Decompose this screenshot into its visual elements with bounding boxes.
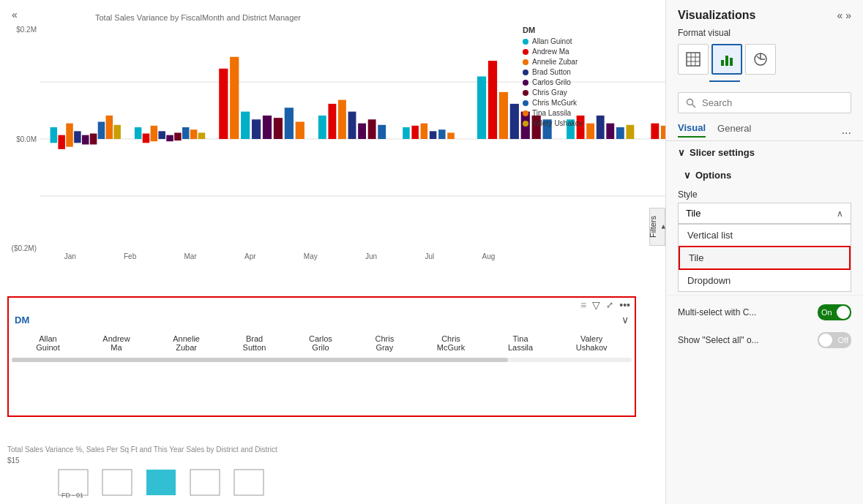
svg-rect-17	[174, 132, 181, 140]
format-visual-label: Format visual	[666, 28, 863, 44]
panel-chevron-left[interactable]: «	[837, 10, 843, 21]
viz-icon-analytics[interactable]	[745, 44, 776, 75]
legend-item-0: Allan Guinot	[523, 37, 629, 45]
slicer-item-2[interactable]: AnnelieZubar	[170, 331, 203, 355]
slicer-settings-label: Slicer settings	[690, 147, 755, 158]
toggle2-knob	[819, 334, 832, 347]
svg-rect-7	[82, 135, 89, 145]
slicer-item-7[interactable]: TinaLassila	[505, 331, 536, 355]
viz-icon-bar-active[interactable]	[711, 44, 742, 75]
legend-item-3: Brad Sutton	[523, 68, 629, 76]
svg-rect-64	[190, 470, 220, 495]
slicer-item-5[interactable]: ChrisGray	[372, 331, 397, 355]
legend-item-5: Chris Gray	[523, 89, 629, 97]
slicer-dm-label: DM	[15, 315, 29, 326]
svg-rect-3	[51, 127, 57, 143]
legend-item-1: Andrew Ma	[523, 48, 629, 56]
svg-rect-67	[687, 53, 700, 66]
search-icon	[686, 98, 696, 108]
legend-item-8: Valery Ushakov	[523, 119, 629, 127]
options-header[interactable]: ∨ Options	[666, 164, 863, 187]
slicer-settings-header[interactable]: ∨ Slicer settings	[666, 141, 863, 164]
legend-item-6: Chris McGurk	[523, 99, 629, 107]
tabs-row: Visual General ...	[666, 119, 863, 141]
svg-rect-8	[90, 134, 97, 145]
multi-select-row: Multi-select with C... On	[666, 298, 863, 326]
y-label-mid: $0.0M	[16, 135, 37, 143]
tab-general[interactable]: General	[717, 123, 751, 137]
panel-chevron-right[interactable]: »	[845, 10, 851, 21]
tab-visual[interactable]: Visual	[678, 122, 706, 138]
toggle1-state-text: On	[821, 308, 832, 317]
viz-panel-header: Visualizations « »	[666, 0, 863, 28]
slicer-item-4[interactable]: CarlosGrilo	[306, 331, 335, 355]
bottom-chart-svg: FD - 01	[29, 455, 344, 499]
svg-rect-34	[368, 119, 376, 139]
svg-rect-35	[378, 125, 386, 139]
svg-rect-15	[158, 131, 165, 139]
svg-rect-29	[318, 116, 326, 139]
slicer-item-1[interactable]: AndrewMa	[100, 331, 132, 355]
x-label-may: May	[304, 252, 318, 260]
slicer-more-icon[interactable]: •••	[619, 299, 630, 311]
svg-rect-57	[661, 126, 665, 139]
x-label-feb: Feb	[124, 252, 136, 260]
slicer-drag-icon: ≡	[580, 299, 586, 311]
style-dropdown[interactable]: Tile ∧	[678, 203, 851, 224]
svg-rect-74	[730, 58, 733, 66]
style-label: Style	[678, 189, 851, 200]
svg-rect-37	[411, 126, 418, 139]
search-input[interactable]	[702, 97, 843, 108]
multi-select-toggle[interactable]: On	[818, 304, 851, 320]
x-label-mar: Mar	[184, 252, 197, 260]
table-icon	[685, 51, 701, 67]
slicer-item-3[interactable]: BradSutton	[240, 331, 269, 355]
svg-rect-38	[421, 124, 427, 139]
svg-rect-73	[725, 56, 728, 66]
svg-rect-9	[98, 121, 105, 139]
slicer-expand-icon[interactable]: ⤢	[606, 300, 613, 310]
svg-rect-45	[510, 104, 519, 139]
svg-rect-31	[338, 100, 346, 139]
svg-rect-30	[328, 104, 336, 139]
legend-item-2: Annelie Zubar	[523, 58, 629, 66]
slicer-item-0[interactable]: AllanGuinot	[33, 331, 62, 355]
slicer-dropdown-arrow[interactable]: ∨	[621, 314, 629, 326]
svg-rect-43	[488, 61, 497, 139]
filters-label: Filters	[649, 216, 657, 238]
x-label-jul: Jul	[425, 252, 434, 260]
tab-more[interactable]: ...	[842, 124, 851, 137]
svg-rect-22	[230, 57, 239, 139]
dropdown-item-tile[interactable]: Tile	[679, 246, 851, 270]
slicer-item-8[interactable]: ValeryUshakov	[573, 331, 610, 355]
svg-rect-10	[106, 116, 113, 139]
slicer-filter-icon[interactable]: ▽	[592, 299, 600, 311]
chart-title: Total Sales Variance by FiscalMonth and …	[95, 13, 519, 22]
show-select-all-label: Show "Select all" o...	[678, 335, 818, 345]
x-label-jun: Jun	[365, 252, 377, 260]
svg-rect-62	[102, 470, 132, 495]
svg-rect-6	[74, 131, 81, 143]
collapse-panel-button[interactable]: «	[6, 6, 23, 23]
svg-rect-21	[219, 69, 228, 139]
svg-rect-14	[151, 126, 157, 141]
svg-rect-13	[143, 134, 149, 143]
main-area: « Total Sales Variance by FiscalMonth an…	[0, 0, 665, 504]
slicer-item-6[interactable]: ChrisMcGurk	[434, 331, 468, 355]
show-select-all-toggle[interactable]: Off	[818, 332, 851, 348]
svg-rect-25	[263, 116, 272, 139]
legend-title: DM	[523, 26, 629, 34]
toggle1-knob	[837, 306, 850, 319]
svg-point-78	[687, 99, 693, 105]
viz-icon-table[interactable]	[678, 44, 709, 75]
svg-rect-11	[113, 125, 120, 139]
dropdown-item-dropdown[interactable]: Dropdown	[679, 270, 851, 291]
dropdown-item-vertical-list[interactable]: Vertical list	[679, 225, 851, 246]
filters-tab[interactable]: ▾ Filters	[649, 208, 665, 246]
search-box[interactable]	[678, 92, 851, 113]
options-label: Options	[695, 170, 731, 181]
legend-item-4: Carlos Grilo	[523, 78, 629, 86]
chevron-up-icon: ∧	[837, 208, 843, 219]
style-dropdown-menu: Vertical list Tile Dropdown	[678, 224, 851, 292]
bar-chart-icon	[719, 51, 735, 67]
